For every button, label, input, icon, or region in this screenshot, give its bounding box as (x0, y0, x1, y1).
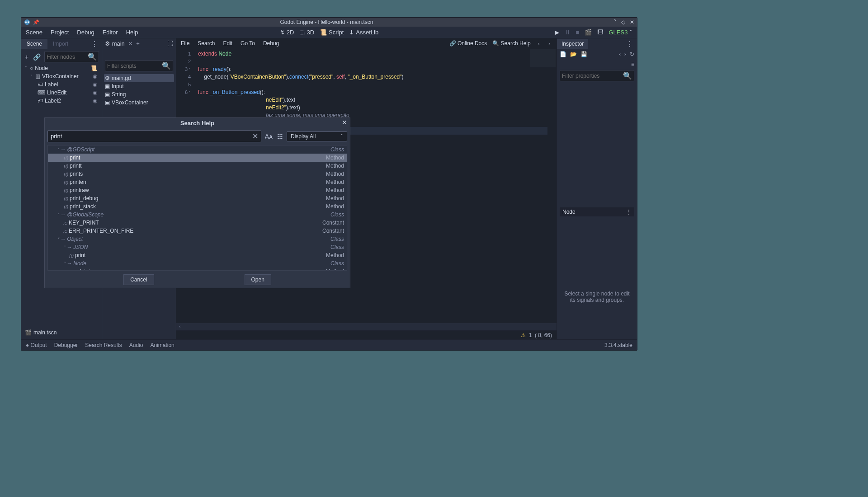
code-menu-edit[interactable]: Edit (223, 40, 232, 47)
bottom-audio[interactable]: Audio (129, 342, 143, 348)
play-icon[interactable]: ▶ (555, 29, 559, 36)
visibility-icon[interactable]: ◉ (93, 89, 100, 96)
result-row[interactable]: ˅→ ObjectClass (48, 235, 347, 243)
search-help-input[interactable] (51, 133, 252, 140)
maximize-icon[interactable]: ◇ (621, 19, 625, 25)
tree-node-label[interactable]: 🏷 Label◉ (23, 80, 100, 89)
code-menu-search[interactable]: Search (198, 40, 215, 47)
result-row[interactable]: ƒ()printtMethod (48, 162, 347, 170)
bottom-debugger[interactable]: Debugger (54, 342, 78, 348)
history-icon[interactable]: ↻ (630, 51, 634, 57)
online-docs-link[interactable]: 🔗 Online Docs (449, 40, 487, 47)
script-tab-close-icon[interactable]: ✕ (128, 40, 133, 47)
node-menu-icon[interactable]: ⋮ (626, 209, 632, 215)
pause-icon[interactable]: ⏸ (565, 29, 571, 36)
result-row[interactable]: ƒ()printrawMethod (48, 186, 347, 194)
menu-help[interactable]: Help (126, 29, 138, 36)
hierarchy-icon[interactable]: ☷ (276, 132, 284, 141)
result-row[interactable]: ƒ()print_debugMethod (48, 194, 347, 202)
tree-node-vbox[interactable]: ˅▥ VBoxContainer◉ (23, 72, 100, 80)
dialog-close-icon[interactable]: ✕ (342, 119, 347, 126)
history-back-icon[interactable]: ‹ (619, 51, 621, 57)
script-file-string[interactable]: ▣ String (104, 90, 174, 98)
horizontal-scrollbar[interactable]: ‹ (176, 323, 557, 330)
search-help-link[interactable]: 🔍 Search Help (492, 40, 530, 47)
display-filter-dropdown[interactable]: Display All˅ (287, 131, 347, 141)
pin-icon[interactable]: 📌 (33, 19, 39, 25)
close-icon[interactable]: ✕ (630, 19, 634, 25)
tree-node-label2[interactable]: 🏷 Label2◉ (23, 97, 100, 105)
tree-node-lineedit[interactable]: ⌨ LineEdit◉ (23, 89, 100, 97)
history-fwd-icon[interactable]: › (624, 51, 626, 57)
workspace-script[interactable]: 📜 Script (320, 29, 344, 36)
workspace-2d[interactable]: ↯ 2D (280, 29, 294, 36)
search-results-list[interactable]: ˅→ @GDScriptClassƒ()printMethodƒ()printt… (47, 145, 347, 271)
clear-icon[interactable]: ✕ (252, 132, 258, 141)
result-row[interactable]: ˅→ @GlobalScopeClass (48, 211, 347, 219)
warning-icon[interactable]: ⚠ (521, 332, 526, 338)
case-sensitive-icon[interactable]: Aᴀ (264, 132, 274, 141)
result-row[interactable]: ƒ()print_treeMethod (48, 267, 347, 271)
workspace-assetlib[interactable]: ⬇ AssetLib (349, 29, 378, 36)
bottom-output[interactable]: ● Output (26, 342, 47, 348)
node-section-header[interactable]: Node ⋮ (560, 207, 634, 216)
script-filter-input[interactable] (107, 63, 162, 69)
result-row[interactable]: ˅→ JSONClass (48, 243, 347, 251)
bottom-animation[interactable]: Animation (150, 342, 174, 348)
result-row[interactable]: ƒ()printerrMethod (48, 178, 347, 186)
script-file-main[interactable]: ⚙ main.gd (104, 74, 174, 82)
fullscreen-icon[interactable]: ⛶ (167, 40, 173, 47)
new-resource-icon[interactable]: 📄 (560, 51, 566, 57)
result-row[interactable]: ˅→ @GDScriptClass (48, 145, 347, 154)
script-file-input[interactable]: ▣ Input (104, 82, 174, 90)
menu-editor[interactable]: Editor (103, 29, 118, 36)
play-custom-icon[interactable]: 🎞 (597, 29, 603, 36)
result-row[interactable]: ƒ()printMethod (48, 154, 347, 162)
nav-fwd-icon[interactable]: › (547, 41, 552, 46)
stop-icon[interactable]: ■ (576, 29, 580, 36)
scene-panel-menu[interactable]: ⋮ (91, 40, 102, 48)
open-button[interactable]: Open (245, 274, 271, 285)
script-open-file[interactable]: main (112, 40, 125, 47)
inspector-panel-menu[interactable]: ⋮ (626, 40, 637, 48)
expand-icon[interactable]: ≡ (631, 61, 634, 67)
save-resource-icon[interactable]: 💾 (580, 51, 587, 57)
result-row[interactable]: .CERR_PRINTER_ON_FIREConstant (48, 227, 347, 235)
result-row[interactable]: ˅→ NodeClass (48, 259, 347, 267)
open-resource-icon[interactable]: 📂 (570, 51, 577, 57)
tab-import[interactable]: Import (47, 39, 74, 49)
scene-filter[interactable]: 🔍 (44, 51, 99, 62)
script-icon[interactable]: 📜 (90, 65, 100, 71)
nav-back-icon[interactable]: ‹ (536, 41, 542, 46)
tab-inspector[interactable]: Inspector (557, 39, 588, 49)
minimize-icon[interactable]: ˅ (614, 19, 617, 25)
renderer-dropdown[interactable]: GLES3 ˅ (609, 29, 632, 36)
result-row[interactable]: .CKEY_PRINTConstant (48, 219, 347, 227)
tree-node-root[interactable]: ˅○ Node📜 (23, 64, 100, 72)
inspector-filter-input[interactable] (562, 73, 623, 79)
cancel-button[interactable]: Cancel (123, 274, 154, 285)
script-tab-add-icon[interactable]: + (136, 40, 140, 47)
link-icon[interactable]: 🔗 (32, 52, 42, 61)
visibility-icon[interactable]: ◉ (93, 98, 100, 104)
result-row[interactable]: ƒ()printsMethod (48, 170, 347, 178)
code-menu-goto[interactable]: Go To (241, 40, 255, 47)
scroll-left-icon[interactable]: ‹ (179, 324, 180, 329)
play-scene-icon[interactable]: 🎬 (585, 29, 592, 36)
tab-scene[interactable]: Scene (21, 39, 47, 49)
menu-debug[interactable]: Debug (77, 29, 94, 36)
code-menu-debug[interactable]: Debug (263, 40, 279, 47)
scene-filter-input[interactable] (47, 54, 88, 60)
add-node-icon[interactable]: + (24, 52, 29, 61)
script-file-vbox[interactable]: ▣ VBoxContainer (104, 98, 174, 107)
workspace-3d[interactable]: ⬚ 3D (299, 29, 314, 36)
filesystem-file[interactable]: 🎬 main.tscn (23, 328, 100, 337)
code-menu-file[interactable]: File (181, 40, 189, 47)
menu-project[interactable]: Project (51, 29, 69, 36)
visibility-icon[interactable]: ◉ (93, 73, 100, 80)
titlebar[interactable]: 📌 Godot Engine - Hello-world - main.tscn… (21, 18, 637, 27)
menu-scene[interactable]: Scene (26, 29, 42, 36)
minimap[interactable] (530, 49, 556, 67)
visibility-icon[interactable]: ◉ (93, 81, 100, 88)
bottom-search-results[interactable]: Search Results (85, 342, 122, 348)
